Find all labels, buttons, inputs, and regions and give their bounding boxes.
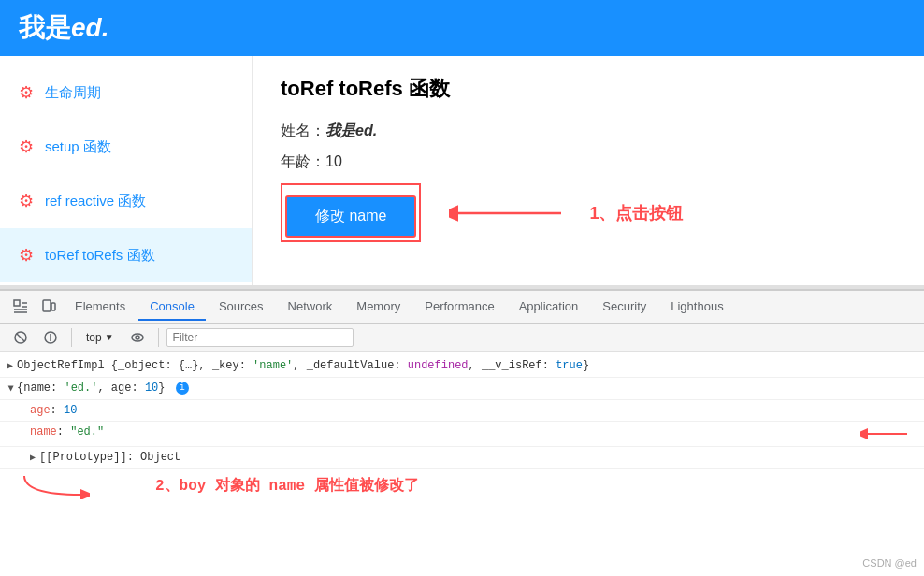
gear-icon-setup: ⚙ xyxy=(19,137,34,157)
header: 我是ed. xyxy=(0,0,924,56)
page-title: toRef toRefs 函数 xyxy=(281,75,896,103)
context-label: top xyxy=(86,331,102,344)
annotation2-text: 2、boy 对象的 name 属性值被修改了 xyxy=(155,476,419,496)
age-value: 10 xyxy=(325,153,342,169)
expand-icon-1[interactable]: ▶ xyxy=(7,357,13,375)
info-badge: i xyxy=(176,382,189,395)
console-line-object: ▶ {name: 'ed.', age: 10} i xyxy=(0,378,924,400)
sidebar-item-setup[interactable]: ⚙ setup 函数 xyxy=(0,120,252,174)
expand-icon-2[interactable]: ▶ xyxy=(2,385,20,391)
main-area: ⚙ 生命周期 ⚙ setup 函数 ⚙ ref reactive 函数 ⚙ to… xyxy=(0,56,924,285)
toolbar-divider xyxy=(71,328,72,347)
tab-performance[interactable]: Performance xyxy=(413,294,505,321)
arrow-to-name xyxy=(860,424,917,444)
sidebar-item-ref-reactive[interactable]: ⚙ ref reactive 函数 xyxy=(0,174,252,228)
name-label: 姓名： xyxy=(281,122,325,138)
content-panel: toRef toRefs 函数 姓名：我是ed. 年龄：10 修改 name 1… xyxy=(253,56,924,285)
toolbar-divider2 xyxy=(158,328,159,347)
age-field: 年龄：10 xyxy=(281,152,896,172)
console-output: ▶ ObjectRefImpl {_object: {…}, _key: 'na… xyxy=(0,352,924,523)
object-text: {name: 'ed.', age: 10} i xyxy=(17,380,917,396)
console-content: ▶ ObjectRefImpl {_object: {…}, _key: 'na… xyxy=(0,352,924,523)
bottom-annotation: 2、boy 对象的 name 属性值被修改了 xyxy=(0,469,924,501)
name-field: 姓名：我是ed. xyxy=(281,122,896,141)
annotation1-text: 1、点击按钮 xyxy=(589,202,683,224)
console-toolbar: top ▼ xyxy=(0,324,924,352)
tab-elements[interactable]: Elements xyxy=(64,294,137,321)
arrow-to-button xyxy=(449,194,570,232)
site-title: 我是ed. xyxy=(19,10,108,46)
devtools-panel: Elements Console Sources Network Memory … xyxy=(0,289,924,523)
svg-rect-2 xyxy=(14,300,20,306)
console-line-prototype: ▶ [[Prototype]]: Object xyxy=(0,447,924,469)
console-line-name: name: "ed." xyxy=(0,422,924,447)
tab-lighthouse[interactable]: Lighthous xyxy=(659,294,734,321)
name-nested-text: name: "ed." xyxy=(30,424,857,440)
sidebar-item-lifecycle[interactable]: ⚙ 生命周期 xyxy=(0,65,252,120)
inspect-element-button[interactable] xyxy=(7,294,34,320)
tab-security[interactable]: Security xyxy=(591,294,657,321)
svg-point-14 xyxy=(136,336,139,339)
tab-network[interactable]: Network xyxy=(277,294,344,321)
sidebar-label-toref-torefs: toRef toRefs 函数 xyxy=(45,247,155,265)
objectrefimpl-text: ObjectRefImpl {_object: {…}, _key: 'name… xyxy=(17,357,917,374)
filter-input[interactable] xyxy=(166,328,354,347)
csdn-watermark: CSDN @ed xyxy=(862,557,917,569)
tab-memory[interactable]: Memory xyxy=(345,294,411,321)
svg-rect-8 xyxy=(51,303,55,310)
device-toolbar-button[interactable] xyxy=(36,294,62,320)
age-label: 年龄： xyxy=(281,153,325,169)
gear-icon-lifecycle: ⚙ xyxy=(19,82,34,103)
sidebar-label-lifecycle: 生命周期 xyxy=(45,84,101,102)
age-nested-text: age: 10 xyxy=(30,402,917,419)
eye-icon[interactable] xyxy=(124,324,151,351)
sidebar-item-toref-torefs[interactable]: ⚙ toRef toRefs 函数 xyxy=(0,228,252,282)
svg-line-10 xyxy=(17,334,24,341)
expand-icon-proto[interactable]: ▶ xyxy=(30,449,36,467)
dropdown-icon: ▼ xyxy=(105,332,114,342)
title-prefix: 我是 xyxy=(19,13,71,42)
modify-btn-wrapper: 修改 name xyxy=(281,183,421,242)
devtools-tabbar: Elements Console Sources Network Memory … xyxy=(0,290,924,324)
gear-icon-ref-reactive: ⚙ xyxy=(19,191,34,211)
gear-icon-toref-torefs: ⚙ xyxy=(19,245,34,266)
sidebar: ⚙ 生命周期 ⚙ setup 函数 ⚙ ref reactive 函数 ⚙ to… xyxy=(0,56,253,285)
name-value: 我是ed. xyxy=(325,122,377,138)
tab-sources[interactable]: Sources xyxy=(208,294,275,321)
svg-point-13 xyxy=(132,334,143,341)
prototype-text: [[Prototype]]: Object xyxy=(39,449,917,466)
tab-application[interactable]: Application xyxy=(508,294,590,321)
console-line-age: age: 10 xyxy=(0,400,924,422)
sidebar-label-setup: setup 函数 xyxy=(45,138,111,156)
sidebar-label-ref-reactive: ref reactive 函数 xyxy=(45,193,146,210)
tab-console[interactable]: Console xyxy=(138,294,206,321)
top-context-selector[interactable]: top ▼ xyxy=(79,328,121,347)
modify-name-button[interactable]: 修改 name xyxy=(285,195,416,238)
svg-rect-7 xyxy=(43,300,51,311)
console-line-objectrefimpl: ▶ ObjectRefImpl {_object: {…}, _key: 'na… xyxy=(0,355,924,378)
clear-console-button[interactable] xyxy=(7,324,34,351)
stop-errors-button[interactable] xyxy=(37,324,64,351)
title-suffix: ed. xyxy=(71,13,108,42)
arrow-annotation2 xyxy=(15,471,90,499)
